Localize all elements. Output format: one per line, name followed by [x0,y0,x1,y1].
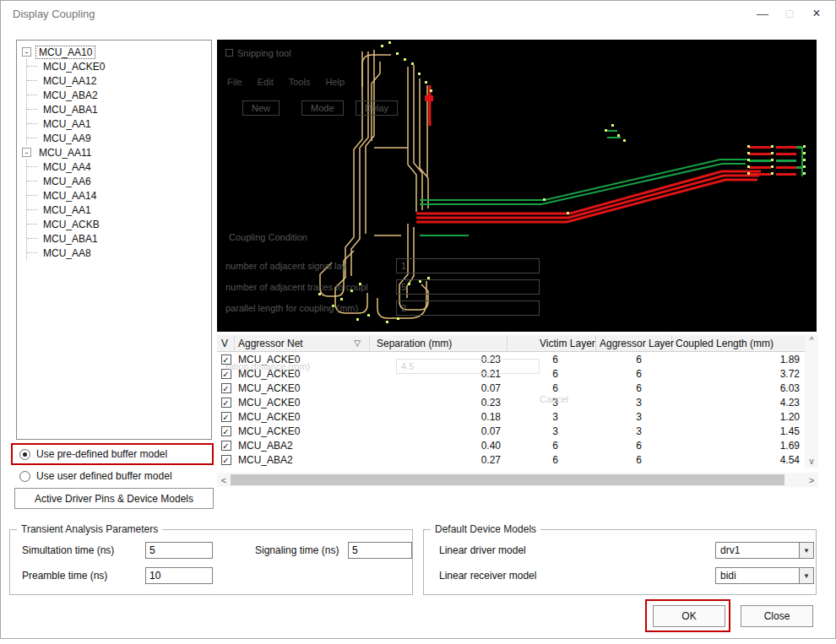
col-aggressor-layer[interactable]: Aggressor Layer [596,335,672,351]
radio-user-buffer-model[interactable]: Use user defined buffer model [19,468,172,484]
cell-coupled-length: 3.72 [672,368,805,380]
transient-parameters-group: Transient Analysis Parameters Simultatio… [9,529,413,595]
radio-predefined-buffer-model[interactable]: Use pre-defined buffer model [19,446,167,462]
radio-predefined-label: Use pre-defined buffer model [36,448,167,460]
cell-aggressor-net: MCU_ABA2 [235,454,370,466]
row-checkbox[interactable]: ✓ [221,455,231,465]
sort-icon[interactable]: ▽ [354,338,366,348]
maximize-icon[interactable]: □ [776,3,803,24]
transient-legend: Transient Analysis Parameters [17,523,162,535]
table-row[interactable]: ✓MCU_ACKE00.07331.45 [217,424,805,438]
coupling-table: V Aggressor Net ▽ Separation (mm) Victim… [217,335,818,468]
scroll-up-icon[interactable]: ^ [810,335,814,347]
table-row[interactable]: ✓MCU_ACKE00.23334.23 [217,395,805,409]
col-victim-layer[interactable]: Victim Layer [508,335,596,351]
cell-coupled-length: 4.54 [672,454,805,466]
cell-victim-layer: 6 [508,368,596,380]
tree-node[interactable]: MCU_ABA1 [40,103,101,116]
row-checkbox[interactable]: ✓ [221,441,231,451]
row-checkbox[interactable]: ✓ [221,412,231,422]
scroll-down-icon[interactable]: v [810,456,814,468]
tree-node[interactable]: MCU_AA6 [40,175,95,188]
driver-model-value: drv1 [720,544,740,556]
minimize-icon[interactable]: — [749,3,776,24]
scroll-right-icon[interactable]: > [805,475,818,485]
driver-model-label: Linear driver model [439,544,715,556]
close-button[interactable]: Close [741,605,813,627]
vertical-scrollbar[interactable]: ^ v [805,335,818,468]
window-title: Display Coupling [13,8,95,20]
cell-separation: 0.23 [370,397,508,409]
tree-node[interactable]: MCU_AA11 [35,146,95,160]
col-coupled-length[interactable]: Coupled Length (mm) [672,335,805,351]
receiver-model-dropdown[interactable]: bidi ▼ [715,567,814,584]
tree-node[interactable]: MCU_AA1 [40,117,95,131]
table-row[interactable]: ✓MCU_ABA20.40661.69 [217,438,805,452]
col-aggressor-net-label: Aggressor Net [238,338,303,349]
pcb-canvas[interactable] [217,40,817,332]
driver-model-dropdown[interactable]: drv1 ▼ [715,542,814,559]
row-checkbox[interactable]: ✓ [221,426,231,436]
table-row[interactable]: ✓MCU_ACKE00.18331.20 [217,409,805,424]
row-checkbox[interactable]: ✓ [221,369,231,379]
tree-connector [27,123,37,124]
chevron-down-icon[interactable]: ▼ [799,543,813,558]
cell-separation: 0.07 [370,382,508,394]
table-body: ✓MCU_ACKE00.23661.89✓MCU_ACKE00.21663.72… [217,352,818,467]
table-row[interactable]: ✓MCU_ACKE00.21663.72 [217,366,805,381]
tree-node[interactable]: MCU_AA14 [40,189,100,203]
scrollbar-thumb[interactable] [231,474,784,485]
tree-connector [27,195,37,196]
col-separation[interactable]: Separation (mm) [370,335,508,351]
tree-node[interactable]: MCU_AA4 [40,160,95,174]
cell-coupled-length: 1.45 [672,425,805,437]
row-checkbox[interactable]: ✓ [221,398,231,408]
tree-connector [27,252,37,253]
cell-separation: 0.40 [370,440,508,452]
tree-connector [27,209,37,210]
scroll-left-icon[interactable]: < [217,475,231,485]
tree-node[interactable]: MCU_AA1 [40,203,95,217]
cell-victim-layer: 3 [508,411,596,423]
cell-aggressor-layer: 3 [596,397,672,409]
signaling-time-input[interactable] [348,542,412,559]
tree-expander-icon[interactable]: - [22,148,31,157]
row-checkbox[interactable]: ✓ [221,383,231,393]
tree-connector [27,224,37,225]
table-row[interactable]: ✓MCU_ABA20.27664.54 [217,452,805,467]
tree-node[interactable]: MCU_AA8 [40,246,95,260]
table-header: V Aggressor Net ▽ Separation (mm) Victim… [217,335,805,352]
device-models-legend: Default Device Models [431,523,540,535]
tree-node[interactable]: MCU_ACKB [40,218,103,231]
active-driver-pins-button[interactable]: Active Driver Pins & Device Models [14,488,214,509]
radio-unselected-icon[interactable] [19,471,30,482]
radio-selected-icon[interactable] [19,449,30,460]
chevron-down-icon[interactable]: ▼ [799,568,813,583]
horizontal-scrollbar[interactable]: < > [217,473,818,487]
tree-node[interactable]: MCU_ABA2 [40,89,101,102]
col-check[interactable]: V [217,335,235,351]
cell-aggressor-layer: 3 [596,425,672,437]
radio-user-label: Use user defined buffer model [36,470,172,482]
col-aggressor-net[interactable]: Aggressor Net ▽ [235,335,370,351]
net-tree-panel[interactable]: -MCU_AA10MCU_ACKE0MCU_AA12MCU_ABA2MCU_AB… [16,40,212,440]
tree-node[interactable]: MCU_AA12 [40,74,100,88]
tree-node[interactable]: MCU_AA9 [40,132,95,145]
tree-connector [27,109,37,110]
tree-expander-icon[interactable]: - [22,47,31,57]
tree-node[interactable]: MCU_ABA1 [40,232,101,246]
cell-aggressor-net: MCU_ACKE0 [235,397,370,409]
row-checkbox[interactable]: ✓ [221,354,231,365]
simulation-time-input[interactable] [145,542,213,559]
tree-node[interactable]: MCU_ACKE0 [40,60,108,73]
table-row[interactable]: ✓MCU_ACKE00.07666.03 [217,381,805,395]
cell-aggressor-layer: 6 [596,382,672,394]
tree-node[interactable]: MCU_AA10 [35,46,95,59]
close-icon[interactable]: × [803,3,830,24]
cell-aggressor-layer: 6 [596,440,672,452]
cell-aggressor-layer: 6 [596,454,672,466]
ok-button[interactable]: OK [653,605,725,627]
preamble-time-input[interactable] [145,567,213,584]
cell-aggressor-net: MCU_ACKE0 [235,354,370,365]
table-row[interactable]: ✓MCU_ACKE00.23661.89 [217,352,805,366]
